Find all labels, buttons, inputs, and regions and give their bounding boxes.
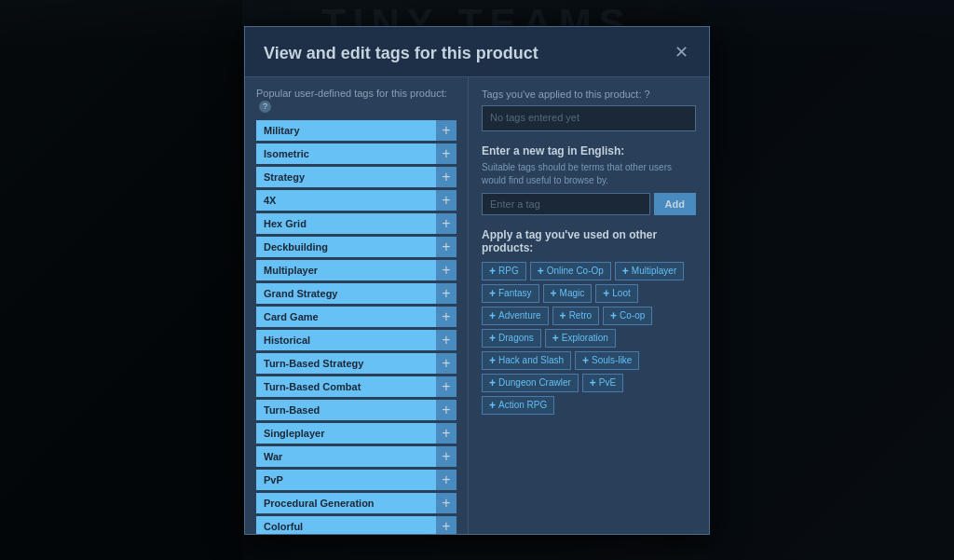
tag-add-button[interactable]: + bbox=[436, 237, 457, 257]
tag-button[interactable]: Card Game bbox=[256, 307, 436, 327]
chip-label: Exploration bbox=[562, 333, 608, 343]
chip-plus-icon: + bbox=[590, 377, 596, 389]
chip[interactable]: +Online Co-Op bbox=[530, 262, 611, 280]
tag-add-button[interactable]: + bbox=[436, 213, 457, 234]
tag-button[interactable]: Strategy bbox=[256, 167, 436, 187]
tag-add-button[interactable]: + bbox=[436, 353, 457, 374]
chip-plus-icon: + bbox=[551, 288, 557, 299]
tag-add-button[interactable]: + bbox=[436, 190, 457, 211]
tag-button[interactable]: Grand Strategy bbox=[256, 283, 436, 304]
modal-header: View and edit tags for this product ✕ bbox=[245, 27, 709, 77]
tag-button[interactable]: War bbox=[256, 446, 436, 467]
chip-label: Magic bbox=[560, 288, 585, 298]
chip[interactable]: +Loot bbox=[595, 284, 637, 303]
tag-button[interactable]: PvP bbox=[256, 470, 436, 490]
chip-list: +RPG+Online Co-Op+Multiplayer+Fantasy+Ma… bbox=[482, 262, 696, 415]
tag-add-button[interactable]: + bbox=[436, 493, 457, 513]
tag-button[interactable]: Multiplayer bbox=[256, 260, 436, 280]
chip[interactable]: +Multiplayer bbox=[615, 262, 684, 280]
chip-label: Fantasy bbox=[498, 288, 532, 298]
popular-tags-label: Popular user-defined tags for this produ… bbox=[256, 87, 457, 114]
tag-row: Turn-Based Strategy+ bbox=[256, 353, 457, 374]
tag-button[interactable]: Procedural Generation bbox=[256, 493, 436, 513]
applied-tags-help-icon[interactable]: ? bbox=[645, 89, 650, 100]
applied-tags-box: No tags entered yet bbox=[482, 105, 696, 131]
tag-add-button[interactable]: + bbox=[436, 400, 457, 420]
chip[interactable]: +Dungeon Crawler bbox=[482, 374, 579, 392]
chip[interactable]: +Action RPG bbox=[482, 396, 554, 415]
tag-add-button[interactable]: + bbox=[436, 283, 457, 304]
chip-plus-icon: + bbox=[489, 377, 496, 389]
chip-label: Dragons bbox=[498, 333, 534, 343]
tag-add-button[interactable]: + bbox=[436, 307, 457, 327]
chip-plus-icon: + bbox=[489, 333, 496, 344]
chip[interactable]: +Hack and Slash bbox=[482, 351, 571, 370]
tag-add-button[interactable]: + bbox=[436, 516, 457, 533]
close-button[interactable]: ✕ bbox=[673, 44, 690, 61]
tag-button[interactable]: Turn-Based Combat bbox=[256, 376, 436, 397]
chip[interactable]: +Dragons bbox=[482, 329, 541, 348]
tag-row: War+ bbox=[256, 446, 457, 467]
tag-row: Isometric+ bbox=[256, 143, 457, 164]
no-tags-text: No tags entered yet bbox=[490, 112, 579, 123]
tag-add-button[interactable]: + bbox=[436, 446, 457, 467]
tag-row: Hex Grid+ bbox=[256, 213, 457, 234]
chip-label: Souls-like bbox=[592, 355, 632, 365]
chip[interactable]: +Fantasy bbox=[482, 284, 539, 303]
tag-row: 4X+ bbox=[256, 190, 457, 211]
tag-button[interactable]: Deckbuilding bbox=[256, 237, 436, 257]
chip[interactable]: +Retro bbox=[552, 307, 599, 325]
tag-button[interactable]: Colorful bbox=[256, 516, 436, 533]
tag-row: Grand Strategy+ bbox=[256, 283, 457, 304]
chip[interactable]: +Co-op bbox=[603, 307, 652, 325]
chip[interactable]: +Exploration bbox=[545, 329, 616, 348]
tag-add-button[interactable]: + bbox=[436, 120, 457, 141]
chip-plus-icon: + bbox=[582, 355, 589, 366]
tag-row: Historical+ bbox=[256, 330, 457, 350]
chip[interactable]: +PvE bbox=[582, 374, 623, 392]
tag-button[interactable]: Isometric bbox=[256, 143, 436, 164]
modal-backdrop: View and edit tags for this product ✕ Po… bbox=[0, 0, 954, 560]
chip-plus-icon: + bbox=[603, 288, 609, 299]
modal-dialog: View and edit tags for this product ✕ Po… bbox=[244, 26, 710, 535]
tag-button[interactable]: 4X bbox=[256, 190, 436, 211]
chip[interactable]: +Adventure bbox=[482, 307, 549, 325]
tag-add-button[interactable]: + bbox=[436, 470, 457, 490]
tag-row: Turn-Based Combat+ bbox=[256, 376, 457, 397]
chip[interactable]: +RPG bbox=[482, 262, 526, 280]
tag-button[interactable]: Military bbox=[256, 120, 436, 141]
new-tag-input[interactable] bbox=[482, 193, 650, 215]
tag-add-button[interactable]: + bbox=[436, 376, 457, 397]
tag-button[interactable]: Hex Grid bbox=[256, 213, 436, 234]
chip-plus-icon: + bbox=[622, 266, 629, 277]
tag-button[interactable]: Historical bbox=[256, 330, 436, 350]
tag-row: Strategy+ bbox=[256, 167, 457, 187]
tag-add-button[interactable]: + bbox=[436, 167, 457, 187]
right-panel: Tags you've applied to this product: ? N… bbox=[469, 77, 709, 534]
tag-row: Deckbuilding+ bbox=[256, 237, 457, 257]
tag-row: Turn-Based+ bbox=[256, 400, 457, 420]
chip[interactable]: +Magic bbox=[543, 284, 593, 303]
popular-tags-help-icon[interactable]: ? bbox=[259, 101, 271, 113]
chip-label: Dungeon Crawler bbox=[498, 377, 571, 388]
tag-add-button[interactable]: + bbox=[436, 423, 457, 444]
chip-label: Hack and Slash bbox=[498, 355, 564, 365]
tag-button[interactable]: Turn-Based Strategy bbox=[256, 353, 436, 374]
tag-add-button[interactable]: + bbox=[436, 143, 457, 164]
tag-row: Multiplayer+ bbox=[256, 260, 457, 280]
tag-list: Military+Isometric+Strategy+4X+Hex Grid+… bbox=[256, 120, 457, 533]
chip-label: Adventure bbox=[498, 310, 541, 321]
chip-label: PvE bbox=[599, 377, 616, 388]
chip-label: RPG bbox=[498, 266, 519, 276]
add-tag-button[interactable]: Add bbox=[654, 193, 696, 215]
chip-plus-icon: + bbox=[610, 310, 617, 321]
tag-button[interactable]: Singleplayer bbox=[256, 423, 436, 444]
chip[interactable]: +Souls-like bbox=[575, 351, 639, 370]
tag-add-button[interactable]: + bbox=[436, 260, 457, 280]
tag-add-button[interactable]: + bbox=[436, 330, 457, 350]
new-tag-section: Enter a new tag in English: Suitable tag… bbox=[482, 144, 696, 215]
tag-button[interactable]: Turn-Based bbox=[256, 400, 436, 420]
tag-row: Singleplayer+ bbox=[256, 423, 457, 444]
modal-body: Popular user-defined tags for this produ… bbox=[245, 77, 709, 534]
chip-plus-icon: + bbox=[489, 355, 496, 366]
